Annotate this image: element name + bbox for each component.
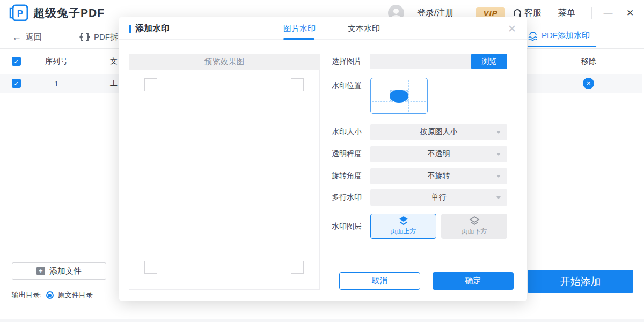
add-file-button[interactable]: + 添加文件: [12, 262, 106, 280]
select-all-checkbox[interactable]: ✓: [12, 57, 21, 66]
output-directory-row: 输出目录: 原文件目录: [12, 290, 93, 301]
preview-title: 预览效果图: [129, 54, 320, 70]
position-cell[interactable]: [371, 90, 390, 102]
watermark-wave-icon: [528, 31, 538, 41]
browse-button[interactable]: 浏览: [471, 54, 507, 69]
watermark-position-grid[interactable]: [370, 78, 428, 114]
rotation-label: 旋转角度: [332, 168, 369, 184]
tab-pdf-split[interactable]: PDF拆: [79, 26, 118, 48]
layer-below-page-button[interactable]: 页面下方: [441, 214, 507, 239]
pdf-add-watermark-label: PDF添加水印: [541, 31, 590, 41]
select-image-input[interactable]: [370, 54, 471, 69]
dialog-header: [119, 17, 527, 40]
position-cell[interactable]: [408, 78, 427, 90]
minimize-button[interactable]: —: [599, 0, 617, 26]
layer-above-label: 页面上方: [391, 227, 416, 236]
headset-icon: [513, 8, 522, 18]
preview-corner-bracket: [144, 78, 157, 91]
layer-below-label: 页面下方: [462, 227, 487, 236]
column-header-remove: 移除: [580, 54, 598, 70]
content-right-border: [642, 49, 642, 309]
preview-area: [129, 70, 320, 290]
pdf-split-label: PDF拆: [94, 32, 118, 42]
chevron-down-icon: [496, 131, 501, 134]
preview-corner-bracket: [291, 261, 304, 274]
layers-icon: [398, 216, 409, 225]
add-watermark-dialog: 添加水印 图片水印 文本水印 ✕ 预览效果图 选择图片 浏览 水印位置 水印大小…: [119, 17, 527, 301]
position-cell[interactable]: [408, 101, 427, 113]
watermark-size-value: 按原图大小: [420, 127, 458, 137]
opacity-value: 不透明: [428, 149, 450, 159]
split-icon: [79, 32, 90, 42]
position-cell[interactable]: [390, 101, 408, 113]
preview-corner-bracket: [291, 78, 304, 91]
radio-dot: [48, 294, 52, 297]
position-cell[interactable]: [371, 78, 390, 90]
column-header-serial: 序列号: [41, 54, 71, 70]
bottom-strip: [0, 319, 644, 322]
tab-image-watermark[interactable]: 图片水印: [283, 17, 316, 40]
position-cell-center[interactable]: [390, 90, 408, 102]
topbar-divider: [591, 7, 592, 19]
watermark-size-dropdown[interactable]: 按原图大小: [370, 124, 507, 140]
cancel-button[interactable]: 取消: [339, 272, 420, 290]
add-file-icon: +: [36, 267, 45, 275]
check-icon: ✓: [13, 58, 19, 65]
opacity-label: 透明程度: [332, 146, 369, 162]
preview-corner-bracket: [144, 261, 157, 274]
watermark-size-label: 水印大小: [332, 124, 369, 140]
start-add-button[interactable]: 开始添加: [528, 270, 633, 293]
opacity-dropdown[interactable]: 不透明: [370, 146, 507, 162]
add-file-label: 添加文件: [49, 266, 82, 276]
title-accent-bar: [129, 25, 131, 33]
svg-text:P: P: [17, 9, 23, 19]
remove-x-icon: ✕: [586, 80, 591, 87]
original-directory-radio[interactable]: [46, 291, 54, 299]
original-directory-label: 原文件目录: [58, 290, 93, 300]
dialog-close-button[interactable]: ✕: [501, 17, 523, 40]
tab-text-watermark[interactable]: 文本水印: [348, 17, 380, 40]
app-logo-icon: P: [9, 3, 29, 23]
watermark-position-label: 水印位置: [332, 78, 369, 94]
dialog-title: 添加水印: [135, 17, 170, 40]
multiline-dropdown[interactable]: 单行: [370, 189, 507, 206]
chevron-down-icon: [496, 153, 501, 156]
window-close-button[interactable]: ✕: [620, 0, 640, 26]
dialog-active-tab-underline: [283, 38, 314, 40]
row-serial-cell: 1: [41, 74, 71, 93]
multiline-value: 单行: [431, 193, 447, 202]
ok-button[interactable]: 确定: [433, 272, 514, 290]
rotation-dropdown[interactable]: 不旋转: [370, 168, 507, 184]
app-title: 超级兔子PDF: [33, 0, 105, 26]
active-tab-underline: [528, 46, 596, 47]
position-cell[interactable]: [390, 78, 408, 90]
layer-above-page-button[interactable]: 页面上方: [370, 214, 436, 239]
tab-pdf-add-watermark[interactable]: PDF添加水印: [528, 26, 590, 46]
position-cell[interactable]: [408, 90, 427, 102]
chevron-down-icon: [496, 196, 501, 199]
back-label: 返回: [26, 32, 42, 42]
menu-button[interactable]: 菜单: [558, 0, 575, 26]
select-image-label: 选择图片: [332, 54, 369, 69]
back-arrow-icon: ←: [12, 32, 21, 43]
row-filename-cell: 工: [110, 74, 118, 93]
check-icon: ✓: [13, 80, 19, 87]
row-remove-button[interactable]: ✕: [583, 78, 594, 89]
multiline-label: 多行水印: [332, 189, 369, 206]
position-cell[interactable]: [371, 101, 390, 113]
back-button[interactable]: ← 返回: [12, 26, 42, 48]
layers-icon: [469, 216, 480, 225]
column-header-filename: 文: [110, 54, 118, 70]
output-directory-label: 输出目录:: [12, 290, 42, 300]
chevron-down-icon: [496, 175, 501, 178]
watermark-layer-label: 水印图层: [332, 214, 369, 239]
row-checkbox[interactable]: ✓: [12, 79, 21, 88]
rotation-value: 不旋转: [428, 171, 450, 181]
